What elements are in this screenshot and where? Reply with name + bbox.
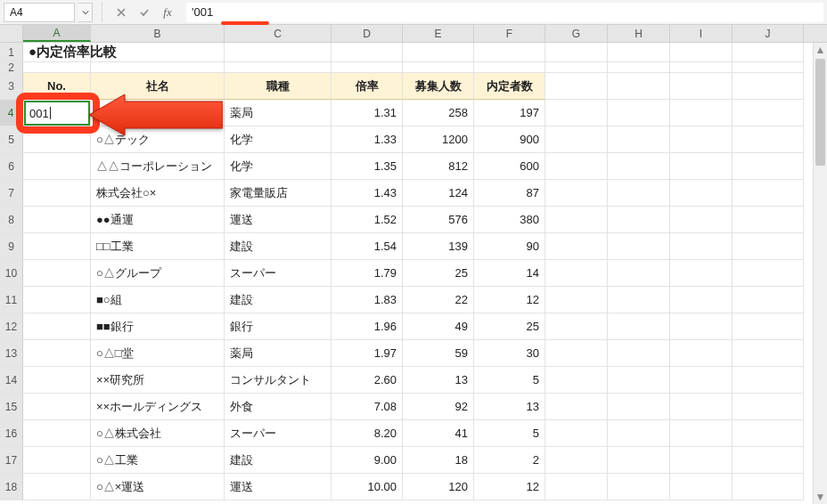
cell[interactable]: 1.79 [332, 260, 403, 287]
cell[interactable]: スーパー [225, 420, 332, 447]
cell[interactable]: 900 [474, 126, 545, 153]
row-header-13[interactable]: 13 [0, 340, 23, 367]
col-header-H[interactable]: H [608, 25, 670, 42]
cell[interactable] [670, 260, 733, 287]
cell[interactable]: 1.31 [332, 100, 403, 126]
cell[interactable] [23, 207, 91, 233]
cell[interactable] [332, 62, 403, 73]
cell[interactable] [23, 126, 91, 153]
cell[interactable]: ■■銀行 [91, 313, 225, 340]
cell[interactable] [733, 73, 804, 100]
cell[interactable]: 13 [403, 367, 474, 394]
cell[interactable] [23, 367, 91, 394]
cell[interactable]: 1.83 [332, 287, 403, 313]
cell[interactable]: 建設 [225, 447, 332, 474]
cell[interactable]: 25 [474, 313, 545, 340]
table-header-no[interactable]: No. [23, 73, 91, 100]
cell[interactable] [23, 394, 91, 420]
cell[interactable]: □□工業 [91, 233, 225, 260]
cell[interactable] [670, 126, 733, 153]
row-header-12[interactable]: 12 [0, 313, 23, 340]
cell[interactable] [733, 367, 804, 394]
cell[interactable] [670, 367, 733, 394]
row-header-9[interactable]: 9 [0, 233, 23, 260]
cell[interactable]: 49 [403, 313, 474, 340]
col-header-C[interactable]: C [225, 25, 332, 42]
cell[interactable] [403, 62, 474, 73]
cell[interactable] [670, 180, 733, 207]
cell[interactable]: 18 [403, 447, 474, 474]
cell[interactable] [608, 313, 670, 340]
cell[interactable] [545, 367, 608, 394]
cell[interactable] [23, 62, 91, 73]
cell[interactable]: 22 [403, 287, 474, 313]
cell[interactable]: 10.00 [332, 474, 403, 500]
cell[interactable]: 薬局 [225, 100, 332, 126]
table-header-rate[interactable]: 倍率 [332, 73, 403, 100]
cell[interactable] [545, 43, 608, 62]
cell[interactable] [545, 420, 608, 447]
cell[interactable] [23, 233, 91, 260]
cell[interactable] [545, 100, 608, 126]
row-header-8[interactable]: 8 [0, 207, 23, 233]
cell[interactable]: 化学 [225, 153, 332, 180]
cell[interactable]: 1.43 [332, 180, 403, 207]
cell[interactable]: ○△×運送 [91, 474, 225, 500]
cell[interactable]: ××研究所 [91, 367, 225, 394]
row-header-14[interactable]: 14 [0, 367, 23, 394]
cell[interactable] [545, 126, 608, 153]
cell[interactable] [733, 474, 804, 500]
cell[interactable]: ××ホールディングス [91, 394, 225, 420]
cell[interactable] [670, 447, 733, 474]
cell[interactable] [608, 474, 670, 500]
cell[interactable] [733, 153, 804, 180]
cell[interactable]: 1.35 [332, 153, 403, 180]
cell[interactable]: 建設 [225, 287, 332, 313]
col-header-G[interactable]: G [545, 25, 608, 42]
active-cell[interactable]: 001 [24, 101, 90, 126]
cell[interactable] [608, 153, 670, 180]
col-header-B[interactable]: B [91, 25, 225, 42]
cell[interactable] [545, 180, 608, 207]
cell[interactable]: 600 [474, 153, 545, 180]
cell[interactable]: 87 [474, 180, 545, 207]
cell[interactable] [545, 394, 608, 420]
cell[interactable] [670, 340, 733, 367]
cell[interactable]: 5 [474, 367, 545, 394]
cell[interactable]: 25 [403, 260, 474, 287]
cell[interactable] [608, 367, 670, 394]
cell[interactable]: 運送 [225, 207, 332, 233]
row-header-11[interactable]: 11 [0, 287, 23, 313]
cell[interactable] [733, 207, 804, 233]
cell[interactable]: 12 [474, 474, 545, 500]
cell[interactable] [608, 340, 670, 367]
cell[interactable]: ○△グループ [91, 260, 225, 287]
col-header-E[interactable]: E [403, 25, 474, 42]
col-header-I[interactable]: I [670, 25, 733, 42]
col-header-D[interactable]: D [332, 25, 403, 42]
cell[interactable] [608, 43, 670, 62]
cell[interactable] [733, 447, 804, 474]
insert-function-button[interactable]: fx [158, 3, 177, 22]
cell[interactable] [23, 420, 91, 447]
row-header-2[interactable]: 2 [0, 62, 23, 73]
cell[interactable] [608, 420, 670, 447]
cell[interactable] [23, 447, 91, 474]
cell[interactable]: 1.96 [332, 313, 403, 340]
cell[interactable] [545, 474, 608, 500]
formula-input[interactable]: '001 [186, 3, 823, 22]
row-header-1[interactable]: 1 [0, 43, 23, 62]
cell[interactable] [733, 260, 804, 287]
cell[interactable] [545, 233, 608, 260]
row-header-4[interactable]: 4 [0, 100, 23, 126]
col-header-J[interactable]: J [733, 25, 804, 42]
cell[interactable] [23, 287, 91, 313]
cell[interactable] [608, 207, 670, 233]
cell[interactable] [733, 394, 804, 420]
cell[interactable] [23, 474, 91, 500]
cell[interactable] [23, 340, 91, 367]
cell[interactable] [670, 62, 733, 73]
cell[interactable] [545, 260, 608, 287]
cell[interactable] [545, 153, 608, 180]
cell[interactable] [91, 62, 225, 73]
